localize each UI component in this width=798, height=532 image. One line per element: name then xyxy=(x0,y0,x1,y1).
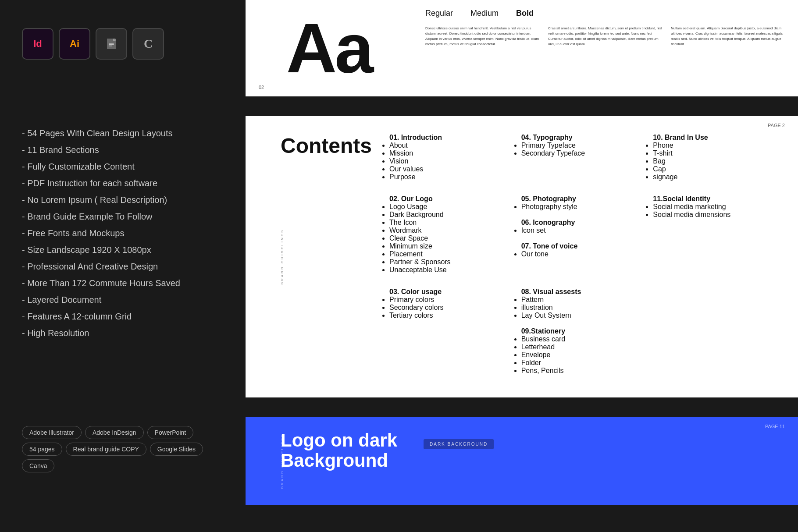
feature-12: - Features A 12-column Grid xyxy=(22,308,224,325)
toc-10-item-3: Bag xyxy=(653,157,772,165)
file-icon[interactable] xyxy=(96,28,127,60)
type-columns: Donec ultrices cursus enim val hendrerit… xyxy=(425,26,785,47)
software-icons-row: Id Ai C xyxy=(22,28,164,60)
toc-01-item-1: About xyxy=(389,142,508,149)
script-icon[interactable]: C xyxy=(132,28,164,60)
toc-01-heading: 01. Introduction xyxy=(389,134,508,142)
dark-bg-block: DARK BACKGROUND xyxy=(424,435,494,449)
indesign-label: Id xyxy=(33,38,42,50)
lorem-3: Nullam sed erat quam. Aliquam placerat d… xyxy=(671,26,785,47)
tag-canva[interactable]: Canva xyxy=(22,459,54,472)
toc-09-item-2: Letterhead xyxy=(521,343,640,351)
feature-4: - PDF Instruction for each software xyxy=(22,175,224,192)
toc-section-02: 02. Our Logo Logo Usage Dark Background … xyxy=(389,195,508,274)
toc-02-item-6: Minimum size xyxy=(389,242,508,250)
lorem-1: Donec ultrices cursus enim val hendrerit… xyxy=(425,26,539,47)
toc-01-item-2: Mission xyxy=(389,149,508,157)
toc-02-item-3: The Icon xyxy=(389,219,508,227)
type-weights: Regular Medium Bold xyxy=(425,9,785,18)
feature-2: - 11 Brand Sections xyxy=(22,142,224,158)
mid-left-panel: - 54 Pages With Clean Design Layouts - 1… xyxy=(0,107,246,397)
file-svg xyxy=(104,37,118,51)
svg-rect-2 xyxy=(109,44,114,45)
toc-section-03: 03. Color usage Primary colors Secondary… xyxy=(389,288,508,375)
tag-real-guide[interactable]: Real brand guide COPY xyxy=(66,443,146,456)
tags-section: Adobe Illustrator Adobe InDesign PowerPo… xyxy=(22,426,224,472)
illustrator-icon[interactable]: Ai xyxy=(59,28,90,60)
bottom-right-panel: BRAND GUIDELINES PAGE 11 Logo on darkBac… xyxy=(246,408,798,505)
toc-11-items: Social media marketing Social media dime… xyxy=(653,203,772,219)
toc-11-item-1: Social media marketing xyxy=(653,203,772,211)
contents-title: Contents xyxy=(281,134,372,158)
feature-3: - Fully Customizable Content xyxy=(22,158,224,175)
toc-10-item-5: signage xyxy=(653,173,772,181)
toc-section-11: 11.Social Identity Social media marketin… xyxy=(653,195,772,274)
toc-02-item-5: Clear Space xyxy=(389,234,508,242)
toc-10-item-4: Cap xyxy=(653,165,772,173)
bottom-left-panel: Adobe Illustrator Adobe InDesign PowerPo… xyxy=(0,408,246,505)
contents-grid: 01. Introduction About Mission Vision Ou… xyxy=(389,134,772,380)
tag-powerpoint[interactable]: PowerPoint xyxy=(147,426,194,439)
feature-6: - Brand Guide Example To Follow xyxy=(22,208,224,225)
weight-medium: Medium xyxy=(470,9,499,18)
dark-gap-2 xyxy=(0,397,798,408)
feature-9: - Professional And Creative Design xyxy=(22,258,224,275)
toc-06-heading: 06. Iconography xyxy=(521,219,640,227)
toc-10-heading: 10. Brand In Use xyxy=(653,134,772,142)
contents-page-num: PAGE 2 xyxy=(768,123,785,128)
feature-7: - Free Fonts and Mockups xyxy=(22,225,224,241)
toc-04-item-2: Secondary Typeface xyxy=(521,149,640,157)
tag-indesign[interactable]: Adobe InDesign xyxy=(85,426,144,439)
toc-06-items: Icon set xyxy=(521,227,640,234)
toc-08-heading: 08. Visual assests xyxy=(521,288,640,296)
type-col-2: Cras sit amet arcu libero. Maecenas dict… xyxy=(548,26,662,47)
toc-02-item-7: Placement xyxy=(389,250,508,258)
illustrator-label: Ai xyxy=(70,38,79,50)
type-col-1: Donec ultrices cursus enim val hendrerit… xyxy=(425,26,539,47)
top-left-panel: Id Ai C xyxy=(0,0,246,96)
top-right-panel: Aa Regular Medium Bold Donec ultrices cu… xyxy=(246,0,798,96)
toc-08-item-3: Lay Out System xyxy=(521,312,640,319)
type-col-3: Nullam sed erat quam. Aliquam placerat d… xyxy=(671,26,785,47)
script-label: C xyxy=(144,37,153,51)
tag-illustrator[interactable]: Adobe Illustrator xyxy=(22,426,82,439)
toc-02-item-9: Unacceptable Use xyxy=(389,266,508,274)
bottom-row: Adobe Illustrator Adobe InDesign PowerPo… xyxy=(0,408,798,505)
tag-google-slides[interactable]: Google Slides xyxy=(150,443,203,456)
toc-09-item-4: Folder xyxy=(521,359,640,367)
toc-section-10: 10. Brand In Use Phone T-shirt Bag Cap s… xyxy=(653,134,772,181)
toc-11-item-2: Social media dimensions xyxy=(653,211,772,219)
weight-regular: Regular xyxy=(425,9,453,18)
dark-gap-1 xyxy=(0,96,798,107)
toc-03-item-3: Tertiary colors xyxy=(389,312,508,319)
toc-04-items: Primary Typeface Secondary Typeface xyxy=(521,142,640,157)
contents-title-col: Contents xyxy=(281,134,372,380)
toc-11-heading: 11.Social Identity xyxy=(653,195,772,203)
tag-pages[interactable]: 54 pages xyxy=(22,443,62,456)
toc-section-05: 05. Photography Photography style 06. Ic… xyxy=(521,195,640,274)
toc-08-items: Pattern illustration Lay Out System xyxy=(521,296,640,319)
blue-title-block: Logo on darkBackground xyxy=(281,430,397,471)
toc-10-item-2: T-shirt xyxy=(653,149,772,157)
toc-section-08: 08. Visual assests Pattern illustration … xyxy=(521,288,640,375)
blue-content: Logo on darkBackground DARK BACKGROUND xyxy=(281,430,772,471)
toc-03-heading: 03. Color usage xyxy=(389,288,508,296)
feature-5: - No Lorem Ipsum ( Real Description) xyxy=(22,192,224,208)
top-row: Id Ai C xyxy=(0,0,798,96)
typo-letter-display: Aa xyxy=(286,13,372,83)
toc-10-items: Phone T-shirt Bag Cap signage xyxy=(653,142,772,181)
toc-01-item-5: Purpose xyxy=(389,173,508,181)
toc-09-item-5: Pens, Pencils xyxy=(521,367,640,375)
mid-row: - 54 Pages With Clean Design Layouts - 1… xyxy=(0,107,798,397)
toc-03-item-2: Secondary colors xyxy=(389,304,508,312)
typo-page-num: 02 xyxy=(259,85,264,90)
svg-rect-3 xyxy=(109,46,112,46)
toc-02-item-2: Dark Background xyxy=(389,211,508,219)
toc-05-items: Photography style xyxy=(521,203,640,211)
toc-10-item-1: Phone xyxy=(653,142,772,149)
toc-05-heading: 05. Photography xyxy=(521,195,640,203)
indesign-icon[interactable]: Id xyxy=(22,28,53,60)
toc-09-items: Business card Letterhead Envelope Folder… xyxy=(521,335,640,375)
toc-02-item-8: Partner & Sponsors xyxy=(389,258,508,266)
feature-8: - Size Landscape 1920 X 1080px xyxy=(22,241,224,258)
